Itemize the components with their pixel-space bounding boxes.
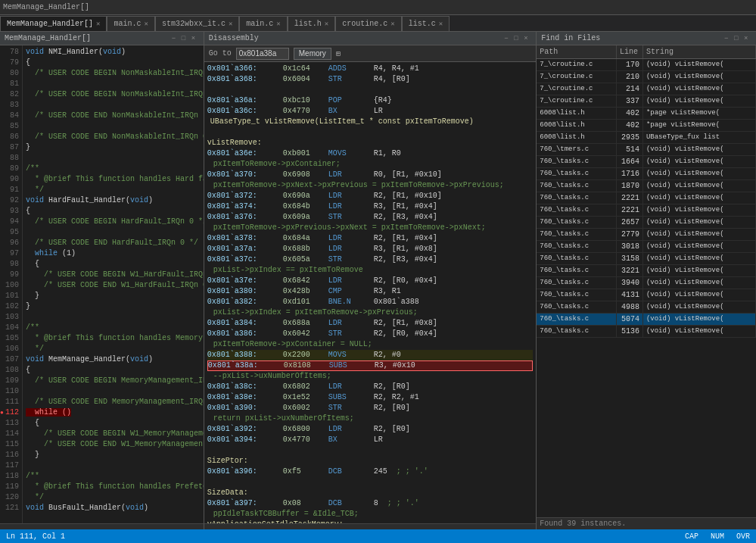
disasm-line-3[interactable]: 0x801`a36a: 0xbc10 POP {R4} [207, 95, 534, 106]
find-table-row[interactable]: 760_\tasks.c 1716 (void) vListRemove( [537, 168, 755, 180]
find-scroll-area[interactable]: Path Line String 7_\croutine.c 170 (void… [537, 45, 756, 517]
disasm-line-9[interactable]: pxItemToRemove->pxContainer; [207, 159, 534, 170]
find-table-row[interactable]: 760_\tasks.c 1870 (void) vListRemove( [537, 180, 755, 192]
code-scrollbar-h[interactable] [0, 523, 204, 529]
tab-close-2[interactable]: ✕ [229, 20, 232, 28]
disasm-line-21[interactable]: 0x801`a380: 0x428b CMP R3, R1 [207, 286, 534, 297]
find-table-row[interactable]: 6008\list.h 2935 UBaseType_fux list [537, 132, 755, 144]
disasm-line-38[interactable]: 0x801`a396: 0xf5 DCB 245 ; ; '.' [207, 467, 534, 477]
disasm-line-12[interactable]: 0x801`a372: 0x690a LDR R2, [R1, #0x10] [207, 191, 534, 201]
disasm-close-icon[interactable]: × [524, 35, 531, 42]
tab-close-0[interactable]: ✕ [96, 20, 100, 28]
tab-close-3[interactable]: ✕ [276, 20, 280, 28]
memory-button[interactable]: Memory [294, 48, 331, 60]
find-path: 760_\tasks.c [537, 204, 616, 217]
find-table-row[interactable]: 760_\tmers.c 514 (void) vListRemove( [537, 144, 755, 156]
disasm-hex: 0x1c64 [283, 64, 328, 74]
find-minimize-icon[interactable]: − [724, 35, 732, 42]
disasm-line-2[interactable] [207, 85, 534, 95]
code-line-95 [26, 227, 201, 238]
disasm-line-11[interactable]: pxItemToRemove->pxNext->pxPrevious = pxI… [207, 180, 534, 191]
disasm-line-4[interactable]: 0x801`a36c: 0x4770 BX LR [207, 106, 534, 117]
disasm-line-22[interactable]: 0x801`a382: 0xd101 BNE.N 0x801`a388 [207, 297, 534, 307]
restore-icon[interactable]: □ [182, 35, 189, 42]
tab-close-6[interactable]: ✕ [439, 20, 443, 28]
find-table-row[interactable]: 760_\tasks.c 3221 (void) vListRemove( [537, 265, 755, 277]
find-table-row[interactable]: 760_\tasks.c 3940 (void) vListRemove( [537, 277, 755, 289]
disasm-line-5[interactable]: UBaseType_t vListRemove(ListItem_t * con… [207, 117, 534, 127]
find-table-row[interactable]: 760_\tasks.c 3018 (void) vListRemove( [537, 241, 755, 253]
disasm-line-16[interactable]: 0x801`a378: 0x684a LDR R2, [R1, #0x4] [207, 233, 534, 244]
disasm-line-40[interactable]: SizeData: [207, 488, 534, 498]
editor-tab-4[interactable]: list.h✕ [288, 16, 335, 31]
disasm-line-20[interactable]: 0x801`a37e: 0x6842 LDR R2, [R0, #0x4] [207, 276, 534, 286]
find-table-row[interactable]: 7_\croutine.c 214 (void) vListRemove( [537, 83, 755, 95]
disasm-restore-icon[interactable]: □ [514, 35, 521, 42]
editor-tab-6[interactable]: list.c✕ [402, 16, 450, 31]
disasm-line-33[interactable]: return pxList->uxNumberOfItems; [207, 413, 534, 424]
tab-close-5[interactable]: ✕ [390, 20, 394, 28]
find-table-row[interactable]: 7_\croutine.c 337 (void) vListRemove( [537, 95, 755, 108]
disasm-line-39[interactable] [207, 477, 534, 488]
disasm-line-23[interactable]: pxList->pxIndex = pxItemToRemove->pxPrev… [207, 307, 534, 318]
disasm-line-37[interactable]: SizePtor: [207, 456, 534, 467]
disasm-line-27[interactable]: 0x801`a388: 0x2200 MOVS R2, #0 [207, 350, 534, 360]
tab-close-4[interactable]: ✕ [325, 20, 328, 28]
editor-tab-0[interactable]: MemManage_Handler[]✕ [0, 16, 107, 31]
tab-close-1[interactable]: ✕ [144, 20, 148, 28]
editor-tab-3[interactable]: main.c✕ [239, 16, 287, 31]
disasm-line-17[interactable]: 0x801`a37a: 0x688b LDR R3, [R1, #0x8] [207, 244, 534, 254]
disasm-line-13[interactable]: 0x801`a374: 0x684b LDR R3, [R1, #0x4] [207, 201, 534, 212]
find-table-row[interactable]: 760_\tasks.c 1664 (void) vListRemove( [537, 156, 755, 168]
disasm-line-10[interactable]: 0x801`a370: 0x6908 LDR R0, [R1, #0x10] [207, 170, 534, 180]
disasm-line-30[interactable]: 0x801`a38c: 0x6802 LDR R2, [R0] [207, 382, 534, 392]
editor-tab-5[interactable]: croutine.c✕ [335, 16, 401, 31]
find-table-row[interactable]: 6008\list.h 402 *page vListRemove( [537, 108, 755, 120]
disasm-line-0[interactable]: 0x801`a366: 0x1c64 ADDS R4, R4, #1 [207, 64, 534, 74]
disasm-line-1[interactable]: 0x801`a368: 0x6004 STR R4, [R0] [207, 74, 534, 85]
disasm-line-42[interactable]: ppIdleTaskTCBBuffer = &Idle_TCB; [207, 509, 534, 520]
disasm-line-6[interactable] [207, 127, 534, 138]
disasm-line-34[interactable]: 0x801`a392: 0x6800 LDR R2, [R0] [207, 424, 534, 435]
disasm-line-24[interactable]: 0x801`a384: 0x688a LDR R2, [R1, #0x8] [207, 318, 534, 329]
minimize-icon[interactable]: − [172, 35, 179, 42]
code-text[interactable]: void NMI_Handler(void){ /* USER CODE BEG… [23, 45, 204, 523]
disasm-line-32[interactable]: 0x801`a390: 0x6002 STR R2, [R0] [207, 403, 534, 413]
find-table-row[interactable]: 7_\croutine.c 210 (void) vListRemove( [537, 71, 755, 83]
disasm-content[interactable]: 0x801`a366: 0x1c64 ADDS R4, R4, #10x801`… [204, 62, 537, 523]
find-table-row[interactable]: 760_\tasks.c 2779 (void) vListRemove( [537, 229, 755, 241]
disasm-line-36[interactable] [207, 445, 534, 456]
find-close-icon[interactable]: × [744, 35, 751, 42]
disasm-line-7[interactable]: vListRemove: [207, 138, 534, 148]
close-code-icon[interactable]: × [191, 35, 199, 42]
disasm-minimize-icon[interactable]: − [504, 35, 512, 42]
disasm-line-15[interactable]: pxItemToRemove->pxPrevious->pxNext = pxI… [207, 223, 534, 233]
disasm-line-41[interactable]: 0x801`a397: 0x08 DCB 8 ; ; '.' [207, 498, 534, 509]
find-table-row[interactable]: 760_\tasks.c 4131 (void) vListRemove( [537, 289, 755, 301]
find-table-row[interactable]: 760_\tasks.c 4988 (void) vListRemove( [537, 301, 755, 314]
disasm-line-19[interactable]: pxList->pxIndex == pxItemToRemove [207, 265, 534, 276]
find-table-row[interactable]: 760_\tasks.c 5074 (void) vListRemove( [537, 314, 755, 326]
disasm-line-14[interactable]: 0x801`a376: 0x609a STR R2, [R3, #0x4] [207, 212, 534, 223]
find-table-row[interactable]: 760_\tasks.c 2657 (void) vListRemove( [537, 217, 755, 229]
find-table-row[interactable]: 760_\tasks.c 5136 (void) vListRemove( [537, 326, 755, 338]
disasm-line-28[interactable]: 0x801`a38a: 0x8108 SUBS R3, #0x10 [207, 360, 534, 371]
find-table-row[interactable]: 760_\tasks.c 3158 (void) vListRemove( [537, 253, 755, 265]
editor-tab-2[interactable]: stm32wbxx_it.c✕ [155, 16, 239, 31]
find-table-row[interactable]: 7_\croutine.c 170 (void) vListRemove( [537, 59, 755, 71]
disasm-line-29[interactable]: --pxList->uxNumberOfItems; [207, 371, 534, 382]
disasm-line-35[interactable]: 0x801`a394: 0x4770 BX LR [207, 435, 534, 445]
find-restore-icon[interactable]: □ [734, 35, 742, 42]
disasm-scrollbar-h[interactable] [204, 523, 537, 529]
disasm-mode-icon[interactable]: ⊞ [336, 49, 341, 58]
editor-tab-1[interactable]: main.c✕ [107, 16, 154, 31]
disasm-line-18[interactable]: 0x801`a37c: 0x605a STR R2, [R3, #0x4] [207, 254, 534, 265]
disasm-line-25[interactable]: 0x801`a386: 0x6042 STR R2, [R0, #0x4] [207, 329, 534, 339]
disasm-line-26[interactable]: pxItemToRemove->pxContainer = NULL; [207, 339, 534, 350]
disasm-line-31[interactable]: 0x801`a38e: 0x1e52 SUBS R2, R2, #1 [207, 392, 534, 403]
find-table-row[interactable]: 760_\tasks.c 2221 (void) vListRemove( [537, 192, 755, 204]
find-table-row[interactable]: 760_\tasks.c 2221 (void) vListRemove( [537, 204, 755, 217]
disasm-line-8[interactable]: 0x801`a36e: 0xb001 MOVS R1, R0 [207, 148, 534, 159]
find-table-row[interactable]: 6008\list.h 402 *page vListRemove( [537, 120, 755, 132]
goto-input[interactable] [236, 48, 289, 60]
